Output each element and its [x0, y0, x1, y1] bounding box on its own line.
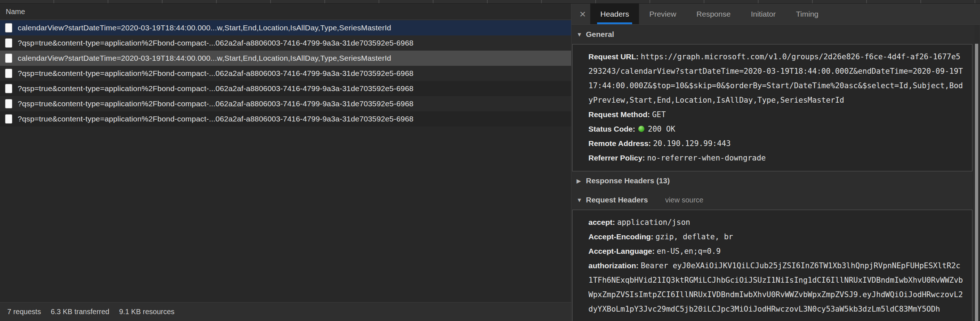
request-list-pane: Name calendarView?startDateTime=2020-03-… — [0, 3, 571, 321]
header-field: Accept-Language: en-US,en;q=0.9 — [589, 244, 963, 259]
header-field-value: gzip, deflate, br — [655, 232, 733, 241]
request-row[interactable]: ?qsp=true&content-type=application%2Fbon… — [0, 35, 571, 51]
request-name: calendarView?startDateTime=2020-03-19T18… — [18, 54, 391, 62]
header-field: Request URL: https://graph.microsoft.com… — [589, 50, 963, 107]
request-headers-section-title: Request Headers — [586, 196, 648, 204]
request-name: ?qsp=true&content-type=application%2Fbon… — [18, 84, 414, 93]
triangle-expanded-icon: ▼ — [576, 30, 586, 39]
document-icon — [5, 23, 12, 32]
response-headers-section-title: Response Headers (13) — [586, 176, 670, 185]
header-field: Request Method: GET — [589, 107, 963, 122]
document-icon — [5, 84, 12, 93]
tab-timing[interactable]: Timing — [786, 3, 829, 24]
triangle-collapsed-icon: ▶ — [576, 177, 586, 185]
resources-size: 9.1 KB resources — [119, 308, 175, 316]
document-icon — [5, 114, 12, 124]
general-fields-box: Request URL: https://graph.microsoft.com… — [572, 44, 972, 171]
tab-response[interactable]: Response — [686, 3, 741, 24]
request-name: ?qsp=true&content-type=application%2Fbon… — [18, 69, 414, 78]
section-header-response-headers[interactable]: ▶Response Headers (13) — [571, 171, 974, 190]
header-field-label: Accept-Language: — [589, 247, 654, 255]
request-count: 7 requests — [7, 308, 41, 316]
header-field-label: Request URL: — [589, 53, 639, 61]
header-field-label: authorization: — [589, 261, 639, 270]
header-field: Status Code:200 OK — [589, 122, 963, 136]
request-row[interactable]: calendarView?startDateTime=2020-03-19T18… — [0, 51, 571, 66]
request-rows: calendarView?startDateTime=2020-03-19T18… — [0, 20, 571, 302]
header-field-label: Request Method: — [589, 110, 650, 118]
header-field: accept: application/json — [589, 215, 963, 230]
document-icon — [5, 69, 12, 78]
header-field: authorization: Bearer eyJ0eXAiOiJKV1QiLC… — [589, 259, 963, 316]
header-field-value: 200 OK — [648, 125, 676, 133]
network-overview-strip[interactable] — [0, 0, 980, 3]
document-icon — [5, 99, 12, 109]
view-source-link[interactable]: view source — [665, 196, 704, 204]
header-field: Remote Address: 20.190.129.99:443 — [589, 136, 963, 151]
request-row[interactable]: ?qsp=true&content-type=application%2Fbon… — [0, 111, 571, 126]
header-field-value: no-referrer-when-downgrade — [647, 153, 766, 162]
close-icon: × — [579, 9, 586, 19]
network-summary-bar: 7 requests 6.3 KB transferred 9.1 KB res… — [0, 302, 571, 321]
header-field-value: https://graph.microsoft.com/v1.0/groups/… — [589, 53, 963, 104]
header-field-label: Status Code: — [589, 125, 635, 133]
headers-tab-content: ▼General Request URL: https://graph.micr… — [571, 25, 974, 321]
header-field: Referrer Policy: no-referrer-when-downgr… — [589, 151, 963, 165]
request-row[interactable]: ?qsp=true&content-type=application%2Fbon… — [0, 81, 571, 96]
tab-initiator[interactable]: Initiator — [741, 3, 786, 24]
header-field-value: application/json — [617, 218, 690, 227]
name-column-header[interactable]: Name — [0, 3, 571, 20]
request-row[interactable]: calendarView?startDateTime=2020-03-19T18… — [0, 20, 571, 35]
transferred-size: 6.3 KB transferred — [51, 308, 109, 316]
header-field-label: Referrer Policy: — [589, 153, 645, 162]
header-field-value: 20.190.129.99:443 — [653, 139, 731, 148]
devtools-network-panel: Name calendarView?startDateTime=2020-03-… — [0, 0, 980, 321]
request-name: calendarView?startDateTime=2020-03-19T18… — [18, 24, 391, 32]
close-details-button[interactable]: × — [575, 3, 590, 24]
name-column-label: Name — [6, 8, 25, 16]
details-scrollbar-thumb[interactable] — [975, 44, 978, 321]
details-scrollbar[interactable] — [974, 25, 979, 321]
request-row[interactable]: ?qsp=true&content-type=application%2Fbon… — [0, 96, 571, 111]
header-field-value: GET — [652, 110, 666, 119]
section-header-general[interactable]: ▼General — [571, 25, 974, 44]
request-name: ?qsp=true&content-type=application%2Fbon… — [18, 99, 414, 108]
details-tab-bar: × HeadersPreviewResponseInitiatorTiming — [571, 3, 980, 25]
header-field: Accept-Encoding: gzip, deflate, br — [589, 230, 963, 244]
request-name: ?qsp=true&content-type=application%2Fbon… — [18, 115, 414, 123]
tab-headers[interactable]: Headers — [590, 3, 639, 24]
request-details-pane: × HeadersPreviewResponseInitiatorTiming … — [571, 3, 980, 321]
document-icon — [5, 38, 12, 48]
request-headers-fields-box: accept: application/jsonAccept-Encoding:… — [572, 210, 972, 321]
header-field-label: Remote Address: — [589, 139, 651, 147]
document-icon — [5, 53, 12, 63]
status-ok-icon — [638, 126, 644, 132]
request-row[interactable]: ?qsp=true&content-type=application%2Fbon… — [0, 66, 571, 81]
section-header-request-headers[interactable]: ▼Request Headersview source — [571, 190, 974, 210]
header-field-value: Bearer eyJ0eXAiOiJKV1QiLCJub25jZSI6InZ6T… — [589, 261, 963, 313]
general-section-title: General — [586, 30, 614, 38]
tab-preview[interactable]: Preview — [639, 3, 686, 24]
header-field-value: en-US,en;q=0.9 — [657, 247, 721, 256]
request-name: ?qsp=true&content-type=application%2Fbon… — [18, 39, 414, 47]
header-field-label: Accept-Encoding: — [589, 232, 654, 241]
triangle-expanded-icon: ▼ — [576, 196, 586, 204]
header-field-label: accept: — [589, 218, 615, 226]
